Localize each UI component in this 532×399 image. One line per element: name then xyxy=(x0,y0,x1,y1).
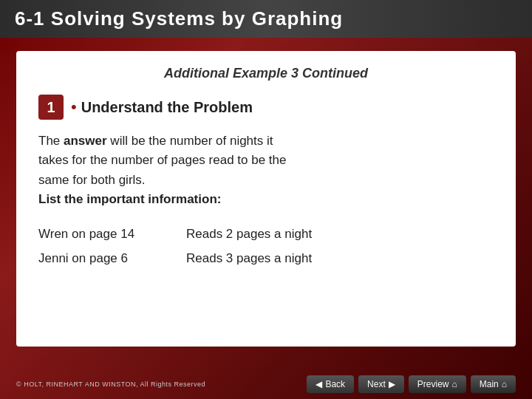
info-left-2: Jenni on page 6 xyxy=(38,247,186,270)
back-arrow-icon: ◀ xyxy=(316,379,322,389)
header-bar: 6-1 Solving Systems by Graphing xyxy=(0,0,532,38)
info-right-1: Reads 2 pages a night xyxy=(186,222,494,246)
subtitle: Additional Example 3 Continued xyxy=(38,66,494,81)
next-button[interactable]: Next ▶ xyxy=(358,375,404,393)
step-bullet: • xyxy=(71,98,77,117)
back-label: Back xyxy=(325,379,345,389)
back-button[interactable]: ◀ Back xyxy=(307,375,354,393)
body-text-suffix: will be the number of nights it xyxy=(107,134,273,148)
preview-label: Preview xyxy=(417,379,449,389)
info-right-2: Reads 3 pages a night xyxy=(186,247,494,270)
next-label: Next xyxy=(367,379,386,389)
step-row: 1 • Understand the Problem xyxy=(38,95,494,120)
background: 6-1 Solving Systems by Graphing Addition… xyxy=(0,0,532,399)
info-row-1: Wren on page 14 Reads 2 pages a night xyxy=(38,222,494,246)
footer: © HOLT, RINEHART AND WINSTON, All Rights… xyxy=(0,371,532,399)
step-badge: 1 xyxy=(38,95,64,120)
body-paragraph: The answer will be the number of nights … xyxy=(38,132,494,209)
body-line3: same for both girls. xyxy=(38,173,146,187)
content-card: Additional Example 3 Continued 1 • Under… xyxy=(16,51,516,347)
footer-buttons: ◀ Back Next ▶ Preview ⌂ Main ⌂ xyxy=(307,375,516,393)
body-text-prefix: The xyxy=(38,134,64,148)
info-table: Wren on page 14 Reads 2 pages a night Je… xyxy=(38,222,494,270)
main-home-icon: ⌂ xyxy=(502,379,507,389)
next-arrow-icon: ▶ xyxy=(389,379,395,389)
step-label: Understand the Problem xyxy=(81,99,253,116)
copyright-text: © HOLT, RINEHART AND WINSTON, All Rights… xyxy=(16,381,205,388)
main-button[interactable]: Main ⌂ xyxy=(471,375,516,393)
body-bold-line: List the important information: xyxy=(38,192,221,206)
body-line2: takes for the number of pages read to be… xyxy=(38,153,287,167)
answer-word: answer xyxy=(64,134,107,148)
info-row-2: Jenni on page 6 Reads 3 pages a night xyxy=(38,247,494,270)
page-title: 6-1 Solving Systems by Graphing xyxy=(15,7,343,30)
preview-button[interactable]: Preview ⌂ xyxy=(409,375,466,393)
main-label: Main xyxy=(480,379,499,389)
preview-home-icon: ⌂ xyxy=(451,379,457,389)
info-left-1: Wren on page 14 xyxy=(38,222,186,246)
